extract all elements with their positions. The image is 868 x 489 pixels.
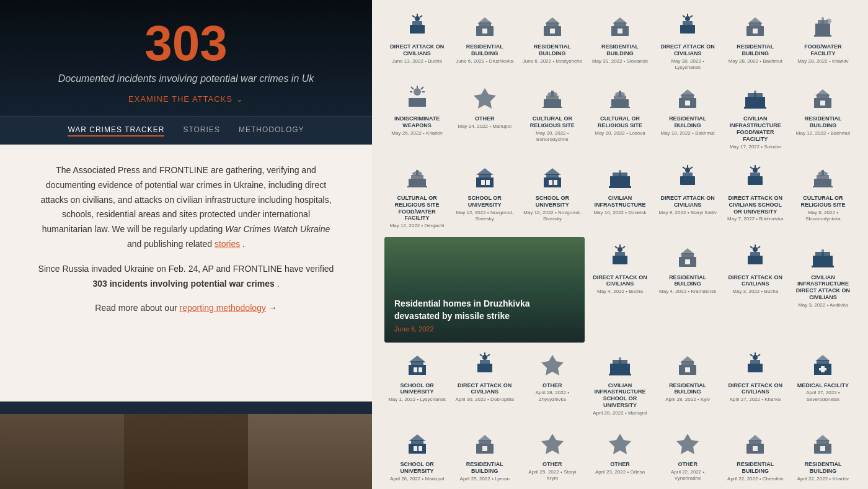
- incident-type: DIRECT ATTACK ON CIVILIANS: [590, 274, 650, 288]
- nav-item-tracker[interactable]: WAR CRIMES TRACKER: [68, 124, 164, 137]
- incident-date: April 28, 2022 • Mariupol: [590, 410, 650, 416]
- svg-rect-41: [544, 99, 561, 108]
- svg-rect-31: [822, 17, 824, 24]
- incident-icon-direct: [470, 350, 500, 380]
- incident-card[interactable]: RESIDENTIAL BUILDING May 31, 2022 • Slov…: [587, 6, 652, 76]
- svg-line-87: [690, 167, 693, 169]
- incident-icon-other: [673, 429, 702, 459]
- incident-card[interactable]: DIRECT ATTACK ON CIVILIANS April 30, 202…: [452, 345, 517, 422]
- left-top: 303 Documented incidents involving poten…: [0, 0, 372, 116]
- incident-card[interactable]: CULTURAL OR RELIGIOUS SITE FOOD/WATER FA…: [384, 158, 450, 235]
- incident-icon-residential: [808, 429, 838, 459]
- svg-marker-26: [748, 17, 763, 24]
- incident-card[interactable]: RESIDENTIAL BUILDING April 22, 2022 • Ch…: [723, 424, 788, 487]
- incident-card[interactable]: DIRECT ATTACK ON CIVILIANS May 4, 2022 •…: [587, 237, 652, 343]
- incident-card[interactable]: RESIDENTIAL BUILDING May 18, 2022 • Bakh…: [655, 78, 720, 155]
- svg-rect-13: [550, 29, 555, 34]
- incident-card[interactable]: CULTURAL OR RELIGIOUS SITE May 20, 2022 …: [520, 78, 585, 155]
- svg-rect-144: [750, 360, 760, 365]
- incident-card[interactable]: DIRECT ATTACK ON CIVILIANS June 13, 2022…: [384, 6, 450, 76]
- incident-card[interactable]: RESIDENTIAL BUILDING May 4, 2022 • Krama…: [655, 237, 720, 343]
- svg-line-5: [420, 16, 422, 17]
- incident-card[interactable]: INDISCRIMINATE WEAPONS May 26, 2022 • Kh…: [384, 78, 450, 155]
- incident-icon-other: [605, 429, 635, 459]
- incident-card[interactable]: DIRECT ATTACK ON CIVILIANS SCHOOL OR UNI…: [723, 158, 788, 235]
- incident-card[interactable]: CULTURAL OR RELIGIOUS SITE May 6, 2022 •…: [790, 158, 856, 235]
- incident-type: CULTURAL OR RELIGIOUS SITE FOOD/WATER FA…: [387, 195, 447, 222]
- incident-card[interactable]: DIRECT ATTACK ON CIVILIANS May 9, 2022 •…: [655, 158, 720, 235]
- incident-card[interactable]: OTHER April 22, 2022 • Vynohradne: [655, 424, 720, 487]
- incident-date: June 6, 2022 • Mostyshche: [522, 58, 582, 65]
- svg-marker-75: [544, 168, 561, 175]
- svg-rect-45: [542, 107, 562, 108]
- incident-card[interactable]: FOOD/WATER FACILITY May 28, 2022 • Khark…: [790, 6, 856, 76]
- incident-card[interactable]: DIRECT ATTACK ON CIVILIANS April 27, 202…: [723, 345, 788, 422]
- svg-marker-53: [680, 89, 695, 96]
- stories-link[interactable]: stories: [215, 239, 240, 249]
- incident-card[interactable]: CIVILIAN INFRASTRUCTURE DIRECT ATTACK ON…: [790, 237, 856, 343]
- incident-date: April 27, 2022 • Severodonetsk: [793, 390, 853, 403]
- incident-type: RESIDENTIAL BUILDING: [590, 43, 650, 57]
- methodology-link[interactable]: reporting methodology: [180, 303, 266, 313]
- svg-rect-89: [750, 173, 760, 177]
- svg-point-145: [753, 355, 758, 360]
- incident-card[interactable]: RESIDENTIAL BUILDING June 6, 2022 • Most…: [520, 6, 585, 76]
- svg-rect-58: [754, 91, 756, 98]
- incident-card[interactable]: DIRECT ATTACK ON CIVILIANS May 30, 2022 …: [655, 6, 720, 76]
- svg-rect-119: [813, 256, 833, 267]
- incident-date: May 28, 2022 • Kharkiv: [793, 58, 853, 65]
- incident-card[interactable]: OTHER April 28, 2022 • Zhyvyzhivka: [520, 345, 585, 422]
- incident-date: May 26, 2022 • Kharkiv: [387, 130, 447, 137]
- incident-icon-direct: [740, 350, 770, 380]
- incident-card[interactable]: SCHOOL OR UNIVERSITY May 12, 2022 • Novg…: [452, 158, 517, 235]
- incident-card[interactable]: SCHOOL OR UNIVERSITY April 26, 2022 • Ma…: [384, 424, 450, 487]
- svg-line-37: [421, 87, 423, 89]
- svg-marker-125: [409, 356, 426, 362]
- incident-card[interactable]: RESIDENTIAL BUILDING April 28, 2022 • Ky…: [655, 345, 720, 422]
- svg-rect-54: [685, 101, 690, 105]
- incident-card[interactable]: CIVILIAN INFRASTRUCTURE FOOD/WATER FACIL…: [723, 78, 788, 155]
- incident-card[interactable]: RESIDENTIAL BUILDING April 22, 2022 • Kh…: [790, 424, 856, 487]
- svg-line-36: [411, 87, 414, 89]
- incident-type: RESIDENTIAL BUILDING: [793, 115, 853, 129]
- incident-card[interactable]: RESIDENTIAL BUILDING May 28, 2022 • Bakh…: [723, 6, 788, 76]
- examine-link[interactable]: EXAMINE THE ATTACKS ⌄: [12, 94, 360, 104]
- incident-icon-civilian: [740, 83, 770, 113]
- incident-card[interactable]: RESIDENTIAL BUILDING May 12, 2022 • Bakh…: [790, 78, 856, 155]
- incident-card[interactable]: RESIDENTIAL BUILDING June 6, 2022 • Druz…: [452, 6, 517, 76]
- subtitle: Documented incidents involving potential…: [12, 73, 360, 84]
- incident-card[interactable]: CULTURAL OR RELIGIOUS SITE May 20, 2022 …: [587, 78, 652, 155]
- incident-card[interactable]: RESIDENTIAL BUILDING April 25, 2022 • Ly…: [452, 424, 517, 487]
- incident-card[interactable]: OTHER April 25, 2022 • Staryi Krym: [520, 424, 585, 487]
- incident-type: RESIDENTIAL BUILDING: [793, 461, 853, 475]
- incident-icon-residential: [538, 11, 567, 41]
- methodology-prefix: Read more about our: [95, 303, 177, 313]
- stat-box-direct[interactable]: 60 Direct attacks ↓: [124, 414, 248, 489]
- incident-date: May 4, 2022 • Kramatorsk: [658, 289, 718, 295]
- incident-card[interactable]: OTHER April 23, 2022 • Odesa: [587, 424, 652, 487]
- incident-card[interactable]: DIRECT ATTACK ON CIVILIANS May 3, 2022 •…: [723, 237, 788, 343]
- svg-rect-0: [410, 25, 425, 34]
- incident-card[interactable]: MEDICAL FACILITY April 27, 2022 • Severo…: [790, 345, 856, 422]
- incident-card[interactable]: CIVILIAN INFRASTRUCTURE May 10, 2022 • D…: [587, 158, 652, 235]
- incident-card[interactable]: OTHER May 24, 2022 • Mariupol: [452, 78, 517, 155]
- stat-box-killed[interactable]: 93 Attacks where civilians were killed ↓: [0, 414, 124, 489]
- incident-icon-residential: [673, 242, 702, 272]
- svg-rect-1: [412, 21, 422, 26]
- svg-line-92: [750, 167, 753, 169]
- incident-card[interactable]: SCHOOL OR UNIVERSITY May 12, 2022 • Novg…: [520, 158, 585, 235]
- incident-card[interactable]: CIVILIAN INFRASTRUCTURE SCHOOL OR UNIVER…: [587, 345, 652, 422]
- incident-card[interactable]: SCHOOL OR UNIVERSITY May 1, 2022 • Lysyc…: [384, 345, 450, 422]
- svg-rect-9: [482, 29, 487, 34]
- incident-type: DIRECT ATTACK ON CIVILIANS: [658, 195, 718, 209]
- nav-item-stories[interactable]: STORIES: [183, 124, 219, 137]
- bold-incidents: 303 incidents involving potential war cr…: [92, 279, 274, 289]
- svg-rect-77: [554, 180, 557, 185]
- svg-marker-141: [680, 356, 695, 362]
- examine-label: EXAMINE THE ATTACKS: [128, 94, 232, 104]
- nav-item-methodology[interactable]: METHODOLOGY: [239, 124, 304, 137]
- svg-rect-122: [822, 249, 824, 257]
- incident-type: RESIDENTIAL BUILDING: [725, 43, 786, 57]
- featured-card[interactable]: Residential homes in Druzhkivka devastat…: [384, 237, 585, 343]
- incident-icon-other: [470, 83, 500, 113]
